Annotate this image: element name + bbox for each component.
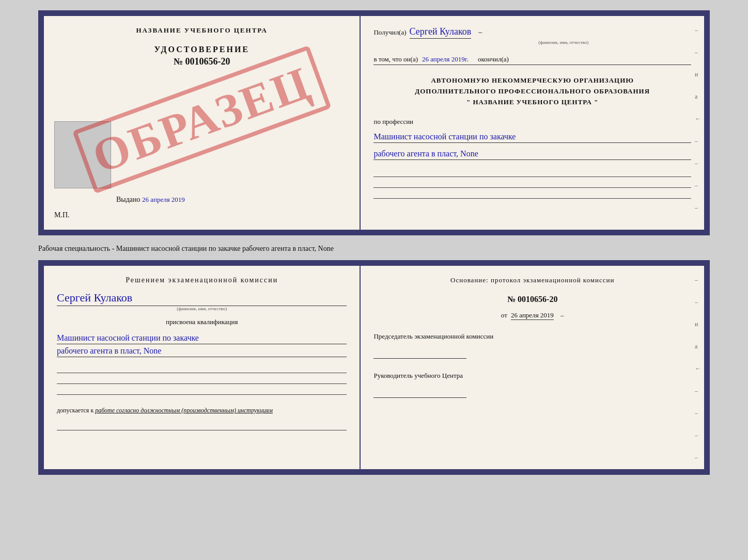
br-side-mark-4: а bbox=[695, 343, 701, 350]
dopuskaetsya-work: работе согласно должностным (производств… bbox=[95, 407, 273, 414]
br-side-mark-7: – bbox=[695, 409, 701, 417]
side-mark-4: а bbox=[695, 93, 701, 101]
vydano-date: 26 апреля 2019 bbox=[142, 196, 185, 203]
rukovoditel-sign-line bbox=[373, 382, 466, 398]
po-professii-label: по профессии bbox=[373, 118, 691, 126]
top-right-dash-lines bbox=[373, 168, 691, 199]
protokol-num: № 0010656-20 bbox=[373, 295, 691, 304]
udostoverenie-num: № 0010656-20 bbox=[154, 56, 250, 67]
poluchil-line: Получил(а) Сергей Кулаков – bbox=[373, 26, 691, 39]
rukovoditel-block: Руководитель учебного Центра bbox=[373, 372, 691, 398]
org-line2: ДОПОЛНИТЕЛЬНОГО ПРОФЕССИОНАЛЬНОГО ОБРАЗО… bbox=[373, 86, 691, 97]
ot-label: от bbox=[501, 311, 507, 319]
bottom-left-panel: Решением экзаменационной комиссии Сергей… bbox=[44, 266, 361, 469]
obrazec-stamp: ОБРАЗЕЦ bbox=[72, 45, 332, 194]
photo-placeholder bbox=[54, 121, 111, 188]
org-line1: АВТОНОМНУЮ НЕКОММЕРЧЕСКУЮ ОРГАНИЗАЦИЮ bbox=[373, 75, 691, 86]
profession-line-1: Машинист насосной станции по закачке bbox=[373, 132, 691, 143]
bottom-profession-1: Машинист насосной станции по закачке bbox=[57, 333, 347, 344]
org-line3: " НАЗВАНИЕ УЧЕБНОГО ЦЕНТРА " bbox=[373, 97, 691, 108]
qualification-lines: Машинист насосной станции по закачке раб… bbox=[57, 332, 347, 357]
predsedatel-sign-line bbox=[373, 343, 466, 359]
bottom-fio-sub: (фамилия, имя, отчество) bbox=[57, 306, 347, 311]
side-mark-6: – bbox=[695, 137, 701, 145]
bottom-dash-1 bbox=[57, 364, 347, 373]
predsedatel-block: Председатель экзаменационной комиссии bbox=[373, 332, 691, 359]
predsedatel-label: Председатель экзаменационной комиссии bbox=[373, 332, 691, 341]
separator-label: Рабочая специальность - Машинист насосно… bbox=[38, 245, 334, 252]
okonchil-label: окончил(а) bbox=[478, 55, 509, 63]
side-mark-1: – bbox=[695, 26, 701, 34]
osnov-title: Основание: протокол экзаменационной коми… bbox=[373, 276, 691, 284]
profession-line-2: рабочего агента в пласт, None bbox=[373, 149, 691, 160]
dash-line-2 bbox=[373, 179, 691, 188]
recipient-name: Сергей Кулаков bbox=[410, 26, 472, 39]
extra-dash-1 bbox=[57, 421, 347, 430]
bottom-left-dash-lines bbox=[57, 364, 347, 395]
br-side-mark-5: ← bbox=[695, 365, 701, 373]
vtom-label: в том, что он(а) bbox=[373, 55, 418, 63]
bottom-fio: Сергей Кулаков bbox=[57, 291, 347, 306]
bottom-right-panel: Основание: протокол экзаменационной коми… bbox=[361, 266, 704, 469]
side-mark-5: ← bbox=[695, 115, 701, 123]
udostoverenie-block: УДОСТОВЕРЕНИЕ № 0010656-20 bbox=[154, 45, 250, 67]
fio-subtitle-top: (фамилия, имя, отчество) bbox=[435, 40, 691, 45]
side-mark-2: – bbox=[695, 49, 701, 56]
bottom-left-extra-dashes bbox=[57, 421, 347, 430]
vydano-line: Выдано 26 апреля 2019 bbox=[116, 196, 185, 204]
dopuskaetsya-block: допускается к работе согласно должностны… bbox=[57, 407, 347, 414]
bottom-profession-2: рабочего агента в пласт, None bbox=[57, 346, 347, 357]
br-side-mark-3: и bbox=[695, 321, 701, 328]
bottom-fio-block: Сергей Кулаков (фамилия, имя, отчество) bbox=[57, 291, 347, 311]
bottom-dash-3 bbox=[57, 386, 347, 395]
udostoverenie-title: УДОСТОВЕРЕНИЕ bbox=[154, 45, 250, 54]
dash-line-1 bbox=[373, 168, 691, 177]
br-side-mark-9: – bbox=[695, 454, 701, 461]
bottom-doc: Решением экзаменационной комиссии Сергей… bbox=[42, 264, 706, 471]
dash-right-1: – bbox=[560, 311, 564, 319]
top-left-panel: НАЗВАНИЕ УЧЕБНОГО ЦЕНТРА ОБРАЗЕЦ УДОСТОВ… bbox=[44, 16, 361, 230]
bottom-dash-2 bbox=[57, 375, 347, 384]
side-mark-7: – bbox=[695, 159, 701, 167]
br-side-mark-1: – bbox=[695, 276, 701, 284]
org-block: АВТОНОМНУЮ НЕКОММЕРЧЕСКУЮ ОРГАНИЗАЦИЮ ДО… bbox=[373, 75, 691, 107]
top-right-panel: Получил(а) Сергей Кулаков – (фамилия, им… bbox=[361, 16, 704, 230]
dash1: – bbox=[478, 28, 482, 37]
separator-text: Рабочая специальность - Машинист насосно… bbox=[38, 241, 710, 255]
br-side-mark-2: – bbox=[695, 298, 701, 306]
vydano-label: Выдано bbox=[116, 196, 141, 203]
resheniem-title: Решением экзаменационной комиссии bbox=[57, 276, 347, 284]
mp-line: М.П. bbox=[54, 211, 70, 219]
prisvoena-label: присвоена квалификация bbox=[57, 318, 347, 326]
dopuskaetsya-label: допускается к bbox=[57, 407, 93, 414]
poluchil-label: Получил(а) bbox=[373, 28, 406, 37]
ot-date-value: 26 апреля 2019 bbox=[511, 311, 554, 320]
vtom-date: 26 апреля 2019г. bbox=[422, 55, 469, 63]
side-mark-8: – bbox=[695, 182, 701, 189]
side-mark-9: – bbox=[695, 204, 701, 212]
top-center-title: НАЗВАНИЕ УЧЕБНОГО ЦЕНТРА bbox=[136, 26, 268, 35]
side-mark-3: и bbox=[695, 71, 701, 78]
br-side-mark-6: – bbox=[695, 387, 701, 395]
dash-line-3 bbox=[373, 189, 691, 199]
ot-date: от 26 апреля 2019 – bbox=[373, 311, 691, 319]
br-side-mark-8: – bbox=[695, 431, 701, 439]
rukovoditel-label: Руководитель учебного Центра bbox=[373, 372, 691, 380]
vtom-line: в том, что он(а) 26 апреля 2019г. окончи… bbox=[373, 55, 691, 65]
